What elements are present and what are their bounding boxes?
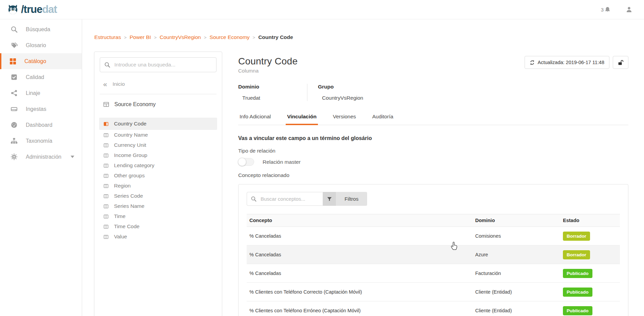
relation-master-toggle[interactable] bbox=[238, 158, 254, 166]
concept-cell: % Clientes con Teléfono Correcto (Captac… bbox=[247, 283, 473, 301]
domain-cell: Facturación bbox=[473, 264, 561, 283]
sidebar-item-glosario[interactable]: Glosario bbox=[0, 37, 82, 53]
tree-item-column[interactable]: Lending category bbox=[99, 160, 217, 171]
tree-item-label: Series Code bbox=[114, 193, 143, 199]
tab-vinculacion[interactable]: Vinculación bbox=[286, 110, 318, 125]
column-header-concepto[interactable]: Concepto bbox=[247, 214, 473, 227]
drive-icon bbox=[11, 105, 18, 113]
updated-button[interactable]: Actualizada: 2019-06-17 11:48 bbox=[525, 56, 609, 69]
tree-item-label: Currency Unit bbox=[114, 142, 146, 148]
breadcrumb-link[interactable]: Estructuras bbox=[94, 34, 121, 40]
breadcrumb: Estructuras > Power BI > CountryVsRegion… bbox=[94, 34, 293, 40]
toggle-label: Relación master bbox=[263, 159, 301, 165]
tree-item-column[interactable]: Time bbox=[99, 211, 217, 221]
sidebar-item-label: Búsqueda bbox=[26, 26, 50, 33]
tab-versiones[interactable]: Versiones bbox=[332, 110, 357, 125]
tree-item-label: Other groups bbox=[114, 173, 145, 179]
sidebar-item-label: Calidad bbox=[26, 74, 44, 80]
table-row[interactable]: % Clientes con Teléfono Correcto (Captac… bbox=[247, 283, 620, 301]
tree-item-column[interactable]: Country Code bbox=[99, 118, 217, 130]
tags-icon bbox=[11, 42, 18, 49]
column-header-estado[interactable]: Estado bbox=[560, 214, 620, 227]
table-header-row: Concepto Dominio Estado bbox=[247, 214, 620, 227]
sidebar-item-label: Taxonomía bbox=[26, 138, 52, 144]
bell-icon bbox=[604, 6, 611, 13]
status-badge: Borrador bbox=[563, 232, 590, 241]
table-row[interactable]: % Canceladas Azure Borrador bbox=[247, 245, 620, 264]
status-badge: Publicado bbox=[563, 288, 592, 297]
column-list: Country Code Country Name Currency Unit bbox=[98, 118, 218, 242]
sidebar-item-label: Administración bbox=[26, 154, 61, 160]
table-row[interactable]: % Canceladas Facturación Publicado bbox=[247, 264, 620, 283]
share-icon bbox=[11, 90, 18, 97]
sidebar-item-administracion[interactable]: Administración bbox=[0, 149, 82, 165]
tree-back-label: Inicio bbox=[113, 81, 125, 87]
column-icon bbox=[103, 234, 109, 240]
meta-value: CountryVsRegion bbox=[318, 95, 363, 101]
tab-auditoria[interactable]: Auditoría bbox=[371, 110, 395, 125]
sidebar-item-label: Catálogo bbox=[24, 58, 46, 64]
tree-back-link[interactable]: « Inicio bbox=[103, 81, 218, 87]
table-row[interactable]: % Canceladas Comisiones Borrador bbox=[247, 227, 620, 245]
owl-logo-icon bbox=[6, 3, 20, 16]
tree-item-column[interactable]: Series Code bbox=[99, 191, 217, 201]
user-menu-button[interactable] bbox=[626, 6, 632, 13]
column-icon bbox=[103, 224, 109, 230]
structure-tree-panel: « Inicio Source Economy Country Code bbox=[94, 52, 222, 316]
toggle-knob bbox=[238, 158, 246, 166]
link-section-heading: Vas a vincular este campo a un término d… bbox=[238, 135, 628, 141]
breadcrumb-link[interactable]: CountryVsRegion bbox=[159, 34, 201, 40]
grid-icon bbox=[9, 58, 16, 65]
table-row[interactable]: % Clientes con Teléfono Erróneo (Captaci… bbox=[247, 301, 620, 316]
confidential-toggle-button[interactable] bbox=[613, 56, 628, 69]
sidebar-item-busqueda[interactable]: Búsqueda bbox=[0, 21, 82, 37]
divider bbox=[100, 94, 216, 94]
breadcrumb-separator: > bbox=[124, 35, 127, 40]
concept-cell: % Canceladas bbox=[247, 245, 473, 264]
tree-item-label: Income Group bbox=[114, 152, 147, 158]
main-sidebar: Búsqueda Glosario Catálogo Calidad Linaj… bbox=[0, 19, 82, 316]
sidebar-item-calidad[interactable]: Calidad bbox=[0, 69, 82, 85]
sidebar-item-ingestas[interactable]: Ingestas bbox=[0, 101, 82, 117]
breadcrumb-link[interactable]: Power BI bbox=[130, 34, 151, 40]
tree-item-column[interactable]: Other groups bbox=[99, 171, 217, 181]
concept-search-input[interactable] bbox=[247, 192, 323, 206]
sidebar-item-linaje[interactable]: Linaje bbox=[0, 85, 82, 101]
breadcrumb-link[interactable]: Source Economy bbox=[210, 34, 250, 40]
column-icon bbox=[103, 173, 109, 179]
notifications-button[interactable]: 3 bbox=[601, 6, 611, 13]
filters-button[interactable]: Filtros bbox=[336, 192, 367, 206]
tree-item-column[interactable]: Series Name bbox=[99, 201, 217, 211]
tab-info-adicional[interactable]: Info Adicional bbox=[238, 110, 272, 125]
status-cell: Borrador bbox=[560, 245, 620, 264]
tree-item-column[interactable]: Value bbox=[99, 232, 217, 242]
sidebar-item-dashboard[interactable]: Dashboard bbox=[0, 117, 82, 133]
domain-cell: Azure bbox=[473, 245, 561, 264]
tree-item-column[interactable]: Region bbox=[99, 181, 217, 191]
tree-item-label: Time bbox=[114, 213, 126, 219]
truedat-logo[interactable]: /truedat bbox=[0, 3, 57, 16]
concept-cell: % Canceladas bbox=[247, 227, 473, 245]
chevron-down-icon bbox=[71, 156, 74, 158]
tree-item-column[interactable]: Time Code bbox=[99, 221, 217, 232]
gear-icon bbox=[11, 153, 18, 160]
tree-item-label: Series Name bbox=[114, 203, 145, 209]
sidebar-item-label: Linaje bbox=[26, 90, 40, 96]
tree-item-column[interactable]: Income Group bbox=[99, 150, 217, 160]
tree-item-column[interactable]: Currency Unit bbox=[99, 140, 217, 150]
sidebar-item-label: Dashboard bbox=[26, 122, 52, 128]
tree-item-label: Value bbox=[114, 234, 127, 240]
tree-parent-label: Source Economy bbox=[114, 101, 156, 107]
tree-search-input[interactable] bbox=[100, 57, 216, 72]
tab-bar: Info Adicional Vinculación Versiones Aud… bbox=[238, 110, 628, 125]
sidebar-item-catalogo[interactable]: Catálogo bbox=[0, 53, 82, 69]
tree-item-column[interactable]: Country Name bbox=[99, 130, 217, 140]
meta-label: Grupo bbox=[318, 84, 363, 90]
tree-parent-item[interactable]: Source Economy bbox=[103, 101, 218, 107]
column-header-dominio[interactable]: Dominio bbox=[473, 214, 561, 227]
filter-icon-button[interactable] bbox=[323, 192, 336, 206]
page-subtitle: Columna bbox=[238, 68, 298, 74]
breadcrumb-separator: > bbox=[253, 35, 255, 40]
content-area: Estructuras > Power BI > CountryVsRegion… bbox=[82, 19, 644, 316]
sidebar-item-taxonomia[interactable]: Taxonomía bbox=[0, 133, 82, 149]
